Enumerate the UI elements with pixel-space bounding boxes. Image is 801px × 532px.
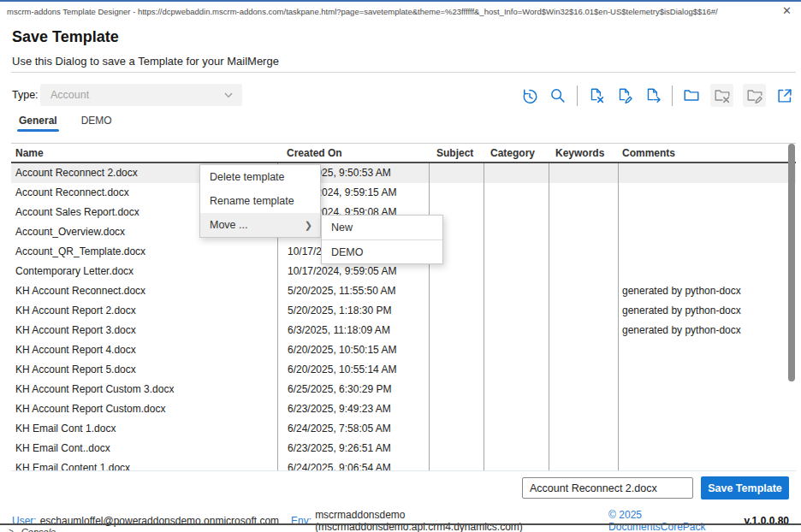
folder-tabs: General DEMO [19, 115, 112, 132]
dialog-titlebar: mscrm-addons Template Designer - https:/… [0, 0, 801, 21]
cell-name: KH Account Report Custom 3.docx [11, 380, 277, 399]
folder-icon[interactable] [682, 86, 701, 105]
cell-keywords [549, 262, 619, 281]
cell-category [484, 439, 549, 458]
col-header-category[interactable]: Category [484, 147, 549, 159]
cell-comments [619, 458, 796, 470]
cell-keywords [549, 360, 619, 380]
table-header: Name Created On Subject Category Keyword… [11, 144, 796, 163]
table-row[interactable]: KH Account Report 5.docx 6/20/2025, 10:5… [11, 360, 796, 380]
history-icon[interactable] [520, 86, 539, 105]
cell-category [484, 458, 549, 470]
template-table: Name Created On Subject Category Keyword… [11, 143, 796, 471]
cell-category [484, 222, 549, 242]
console-drawer[interactable]: > Console [0, 523, 801, 532]
cell-category [484, 262, 549, 281]
cell-category [484, 340, 549, 360]
cell-category [484, 203, 549, 222]
submenu-item-new[interactable]: New [322, 216, 442, 239]
cell-created-on: 5/20/2025, 11:55:50 AM [277, 281, 430, 301]
table-row[interactable]: Account Reconnect.docx 10/17/2024, 9:59:… [11, 183, 796, 203]
table-row[interactable]: KH Account Reconnect.docx 5/20/2025, 11:… [11, 281, 796, 301]
close-icon[interactable]: ✕ [782, 5, 792, 17]
table-row[interactable]: Account Reconnect 2.docx 6/25/2025, 9:50… [11, 163, 796, 183]
console-label: Console [21, 527, 56, 532]
menu-item-label: Delete template [210, 171, 285, 183]
tab-general[interactable]: General [19, 115, 57, 132]
search-icon[interactable] [549, 86, 567, 105]
cell-comments [619, 163, 796, 183]
cell-name: KH Email Cont 1.docx [11, 419, 277, 439]
dialog-title-url: mscrm-addons Template Designer - https:/… [7, 7, 718, 16]
col-header-keywords[interactable]: Keywords [549, 147, 619, 159]
cell-created-on: 6/20/2025, 10:50:15 AM [277, 340, 430, 360]
menu-item-delete-template[interactable]: Delete template [200, 165, 320, 189]
submenu-item-demo[interactable]: DEMO [322, 239, 442, 263]
table-row[interactable]: KH Account Report Custom.docx 6/23/2025,… [11, 399, 796, 419]
cell-keywords [549, 301, 619, 321]
col-header-name[interactable]: Name [11, 147, 277, 159]
folder-move-icon[interactable] [775, 86, 794, 105]
vertical-scrollbar-thumb[interactable] [788, 144, 795, 381]
table-row[interactable]: Contemporary Letter.docx 10/17/2024, 9:5… [11, 262, 796, 281]
cell-created-on: 6/25/2025, 6:30:29 PM [277, 380, 430, 399]
file-rename-icon[interactable] [615, 86, 634, 105]
cell-category [484, 301, 549, 321]
file-move-icon[interactable] [644, 86, 662, 105]
cell-keywords [549, 321, 619, 340]
cell-category [484, 399, 549, 419]
cell-subject [430, 321, 484, 340]
type-dropdown[interactable]: Account [40, 84, 242, 106]
file-delete-icon[interactable] [587, 86, 606, 105]
filename-input[interactable] [522, 477, 693, 499]
save-template-button[interactable]: Save Template [701, 476, 789, 499]
cell-keywords [549, 203, 619, 222]
table-row[interactable]: KH Account Report 3.docx 6/3/2025, 11:18… [11, 321, 796, 340]
table-row[interactable]: KH Email Cont..docx 6/23/2025, 9:26:51 A… [11, 439, 796, 458]
cell-subject [430, 262, 484, 281]
cell-category [484, 321, 549, 340]
tab-demo[interactable]: DEMO [81, 115, 112, 132]
cell-created-on: 5/20/2025, 1:18:30 PM [277, 301, 430, 321]
table-row[interactable]: KH Email Cont 1.docx 6/24/2025, 7:58:05 … [11, 419, 796, 439]
menu-item-rename-template[interactable]: Rename template [200, 189, 320, 213]
cell-subject [430, 399, 484, 419]
cell-created-on: 6/23/2025, 9:26:51 AM [277, 439, 430, 458]
folder-delete-icon[interactable] [710, 84, 733, 107]
table-row[interactable]: KH Email Content 1.docx 6/24/2025, 9:06:… [11, 458, 796, 470]
cell-subject [430, 163, 484, 183]
cell-keywords [549, 281, 619, 301]
cell-subject [430, 281, 484, 301]
type-dropdown-value: Account [50, 89, 89, 101]
cell-keywords [549, 439, 619, 458]
table-row[interactable]: KH Account Report Custom 3.docx 6/25/202… [11, 380, 796, 399]
cell-created-on: 6/24/2025, 7:58:05 AM [277, 419, 430, 439]
cell-category [484, 183, 549, 203]
cell-keywords [549, 163, 619, 183]
cell-comments: generated by python-docx [619, 301, 796, 321]
context-menu: Delete template Rename template Move ...… [199, 164, 321, 238]
table-row[interactable]: KH Account Report 2.docx 5/20/2025, 1:18… [11, 301, 796, 321]
folder-rename-icon[interactable] [743, 84, 766, 107]
cell-keywords [549, 419, 619, 439]
menu-item-move[interactable]: Move ... ❯ [200, 213, 320, 237]
cell-comments [619, 419, 796, 439]
table-row[interactable]: KH Account Report 4.docx 6/20/2025, 10:5… [11, 340, 796, 360]
cell-keywords [549, 242, 619, 262]
cell-category [484, 242, 549, 262]
col-header-created-on[interactable]: Created On [277, 147, 430, 159]
cell-keywords [549, 399, 619, 419]
cell-subject [430, 419, 484, 439]
cell-name: KH Account Reconnect.docx [11, 281, 277, 301]
cell-created-on: 6/23/2025, 9:49:23 AM [277, 399, 430, 419]
cell-name: KH Account Report 4.docx [11, 340, 277, 360]
chevron-right-icon: > [9, 526, 14, 532]
col-header-comments[interactable]: Comments [619, 147, 796, 159]
submenu-chevron-icon: ❯ [305, 220, 312, 231]
col-header-subject[interactable]: Subject [430, 147, 484, 159]
cell-category [484, 163, 549, 183]
cell-keywords [549, 222, 619, 242]
cell-keywords [549, 380, 619, 399]
cell-subject [430, 340, 484, 360]
header-divider [11, 72, 796, 73]
